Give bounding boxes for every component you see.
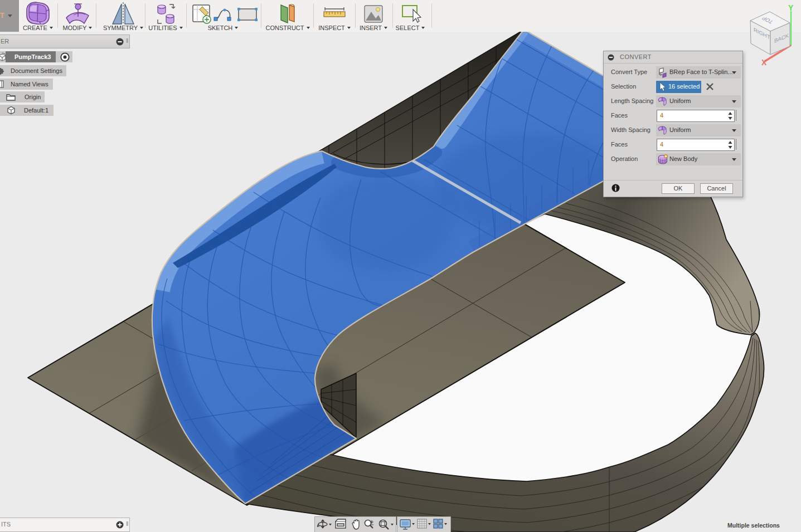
svg-text:Y: Y [788,3,794,12]
svg-text:X: X [761,58,767,67]
